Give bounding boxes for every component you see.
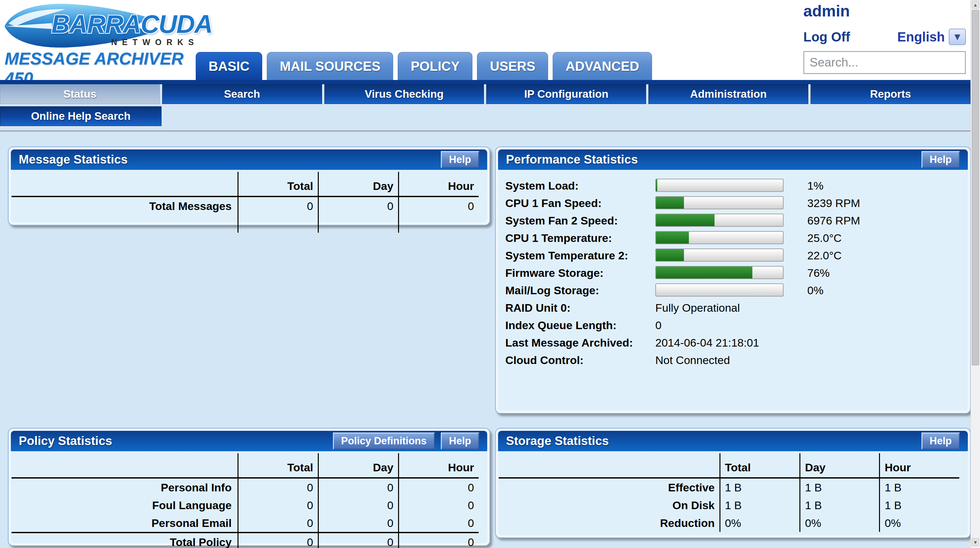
progress-bar [655, 249, 784, 262]
help-button[interactable]: Help [441, 151, 479, 168]
perf-label: Last Message Archived: [505, 334, 640, 351]
cell-total: 1 B [720, 478, 800, 496]
content-divider [0, 130, 970, 132]
column-header-day: Day [318, 172, 399, 196]
cell-total: 0 [238, 496, 318, 514]
table-row-personal-info: Personal Info 0 0 0 [11, 478, 479, 496]
column-header-total: Total [720, 453, 800, 478]
perf-value: 2014-06-04 21:18:01 [655, 334, 759, 351]
perf-row-cloud-control: Cloud Control: Not Connected [505, 352, 964, 369]
row-label: On Disk [499, 496, 720, 514]
perf-label: System Temperature 2: [505, 247, 640, 264]
perf-row-mail-log-storage: Mail/Log Storage: 0% [505, 282, 964, 299]
cell-day: 1 B [800, 478, 880, 496]
performance-statistics-header: Performance Statistics Help [498, 150, 968, 170]
policy-definitions-button[interactable]: Policy Definitions [333, 432, 435, 449]
progress-bar [655, 266, 784, 279]
tab-bar-underline [0, 80, 970, 84]
help-button[interactable]: Help [921, 151, 960, 168]
tab-policy[interactable]: POLICY [398, 52, 473, 80]
column-header-total: Total [238, 172, 318, 196]
cell-total: 0 [238, 532, 318, 548]
policy-statistics-table: Total Day Hour Personal Info 0 0 0 Foul … [11, 453, 479, 548]
column-header-hour: Hour [398, 453, 479, 478]
vertical-scrollbar[interactable]: ▲ ▼ [970, 0, 980, 548]
cell-hour: 0 [398, 532, 479, 548]
subnav-ip-configuration[interactable]: IP Configuration [486, 84, 646, 104]
subnav-status[interactable]: Status [0, 84, 160, 104]
row-label: Total Policy [11, 532, 238, 548]
subnav-search[interactable]: Search [162, 84, 322, 104]
table-row-foul-language: Foul Language 0 0 0 [11, 496, 479, 514]
scroll-up-icon[interactable]: ▲ [972, 1, 979, 8]
column-header-hour: Hour [398, 172, 479, 196]
subnav-administration[interactable]: Administration [648, 84, 808, 104]
cell-day: 0 [318, 532, 399, 548]
table-spacer-row [11, 215, 479, 233]
panel-title: Performance Statistics [506, 153, 638, 167]
row-label: Effective [499, 478, 720, 496]
cell-total: 1 B [720, 496, 800, 514]
subnav-virus-checking[interactable]: Virus Checking [325, 84, 484, 104]
performance-statistics-body: System Load: 1% CPU 1 Fan Speed: 3239 RP… [498, 170, 968, 411]
perf-value: 6976 RPM [807, 212, 860, 229]
perf-row-system-fan2: System Fan 2 Speed: 6976 RPM [505, 212, 964, 229]
page-content: Status Search Virus Checking IP Configur… [0, 84, 970, 548]
perf-label: System Fan 2 Speed: [505, 212, 640, 229]
cell-day: 1 B [800, 496, 880, 514]
search-input[interactable] [803, 51, 966, 74]
subnav-online-help-search[interactable]: Online Help Search [0, 106, 162, 126]
row-label: Total Messages [11, 196, 238, 215]
top-header: BARRACUDA NETWORKS MESSAGE ARCHIVER 450 … [0, 0, 970, 80]
tab-mail-sources[interactable]: MAIL SOURCES [267, 52, 393, 80]
message-statistics-header: Message Statistics Help [11, 150, 487, 170]
column-header-day: Day [318, 453, 399, 478]
perf-row-system-load: System Load: 1% [505, 177, 964, 194]
log-off-link[interactable]: Log Off [803, 30, 850, 45]
perf-row-last-message-archived: Last Message Archived: 2014-06-04 21:18:… [505, 334, 964, 352]
policy-statistics-body: Total Day Hour Personal Info 0 0 0 Foul … [11, 451, 487, 543]
panel-title: Storage Statistics [506, 434, 609, 448]
cell-hour: 0 [398, 478, 479, 496]
scroll-down-icon[interactable]: ▼ [972, 538, 979, 546]
panel-title: Policy Statistics [19, 434, 112, 448]
brand-name: BARRACUDA [51, 9, 212, 39]
row-label: Personal Info [11, 478, 238, 496]
cell-total: 0 [238, 478, 318, 496]
cell-total: 0 [238, 514, 318, 532]
perf-row-cpu1-temperature: CPU 1 Temperature: 25.0°C [505, 229, 964, 247]
tab-users[interactable]: USERS [477, 52, 548, 80]
chevron-down-icon[interactable]: ▼ [949, 29, 966, 45]
perf-value: 0% [807, 282, 823, 299]
help-button[interactable]: Help [441, 432, 479, 449]
language-select[interactable]: English ▼ [897, 29, 966, 45]
cell-hour: 0% [880, 514, 959, 532]
perf-value: 3239 RPM [807, 194, 860, 212]
column-header-hour: Hour [880, 453, 959, 478]
storage-statistics-header: Storage Statistics Help [498, 431, 968, 451]
progress-bar [655, 179, 784, 192]
subnav-reports[interactable]: Reports [811, 84, 970, 104]
table-header-row: Total Day Hour [499, 453, 959, 478]
cell-hour: 1 B [880, 496, 959, 514]
cell-total: 0 [238, 196, 318, 215]
scrollbar-thumb[interactable] [972, 10, 979, 365]
perf-row-raid-unit: RAID Unit 0: Fully Operational [505, 299, 964, 317]
perf-label: CPU 1 Temperature: [505, 229, 640, 247]
storage-statistics-table: Total Day Hour Effective 1 B 1 B 1 B On … [499, 453, 959, 532]
storage-statistics-body: Total Day Hour Effective 1 B 1 B 1 B On … [498, 451, 968, 535]
perf-value: Fully Operational [655, 299, 740, 316]
policy-statistics-panel: Policy Statistics Policy Definitions Hel… [8, 428, 490, 546]
help-button[interactable]: Help [921, 432, 960, 449]
perf-value: 76% [807, 264, 830, 281]
cell-total: 0% [720, 514, 800, 532]
perf-label: Index Queue Length: [505, 317, 640, 334]
progress-bar [655, 231, 784, 244]
cell-hour: 0 [398, 496, 479, 514]
tab-basic[interactable]: BASIC [196, 52, 262, 80]
barracuda-logo: BARRACUDA NETWORKS MESSAGE ARCHIVER 450 [3, 1, 200, 76]
brand-subtitle: NETWORKS [111, 38, 199, 47]
tab-advanced[interactable]: ADVANCED [553, 52, 652, 80]
username-label: admin [803, 2, 966, 20]
app-window: BARRACUDA NETWORKS MESSAGE ARCHIVER 450 … [0, 0, 980, 548]
